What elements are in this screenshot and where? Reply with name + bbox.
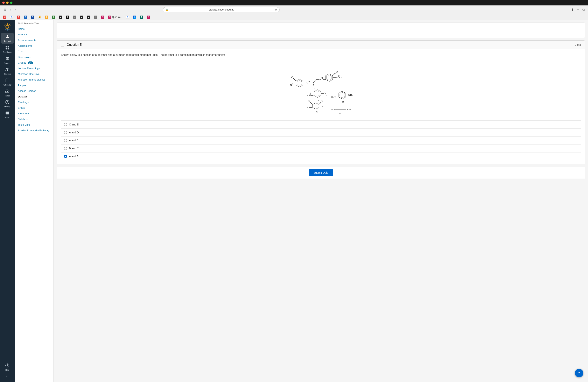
sidebar-item-home[interactable]: Home [15, 26, 53, 32]
bookmark-s1[interactable]: S [22, 15, 29, 19]
bookmark-b1[interactable]: B [30, 15, 36, 19]
bookmark-a2[interactable]: A [51, 15, 57, 19]
sidebar-item-discussions[interactable]: Discussions [15, 54, 53, 60]
nav-label-courses: Courses [4, 62, 11, 64]
sidebar-item-modules[interactable]: Modules [15, 32, 53, 37]
collapse-nav-button[interactable]: ⟨| [1, 373, 14, 380]
radio-cd[interactable] [64, 123, 67, 126]
sidebar-item-lecture-recordings[interactable]: Lecture Recordings [15, 65, 53, 71]
gmail-icon: M [3, 16, 6, 19]
bookmark-zd[interactable]: Z [64, 15, 71, 19]
bookmark-cat[interactable]: 🐱 [37, 15, 43, 19]
bookmark-o3[interactable]: ● [85, 15, 92, 19]
sidebar-item-announcements[interactable]: Announcements [15, 37, 53, 43]
sidebar-item-readings[interactable]: Readings [15, 99, 53, 105]
nav-item-dashboard[interactable]: Dashboard [1, 44, 14, 54]
canvas-logo[interactable] [2, 22, 12, 32]
toolbar-actions: ⬆ + ⧉ [570, 7, 586, 12]
question-select-checkbox[interactable] [61, 43, 64, 46]
submit-quiz-button[interactable]: Submit Quiz [309, 169, 333, 176]
sidebar-item-studiosity[interactable]: Studiosity [15, 111, 53, 116]
svg-point-15 [7, 68, 9, 69]
bookmark-a1[interactable]: A [43, 15, 50, 19]
bookmark-k1[interactable]: K [93, 15, 99, 19]
nav-item-help[interactable]: Help [1, 362, 14, 372]
bookmark-quiz[interactable]: ✳ Quiz: W... [106, 15, 124, 19]
radio-ad[interactable] [64, 131, 67, 134]
r1-icon: ✳ [101, 16, 104, 19]
forward-button[interactable]: › [14, 7, 17, 12]
svg-line-78 [310, 102, 312, 104]
nav-item-courses[interactable]: Courses [1, 55, 14, 65]
new-tab-button[interactable]: + [576, 7, 580, 12]
sidebar-item-syllabus[interactable]: Syllabus [15, 116, 53, 122]
sidebar-item-quizzes[interactable]: Quizzes [15, 94, 53, 99]
radio-ab[interactable] [64, 155, 67, 158]
svg-rect-12 [6, 48, 7, 49]
bookmark-google[interactable]: G [9, 15, 15, 19]
close-traffic-light[interactable] [2, 1, 5, 4]
answer-option-cd[interactable]: C and D [61, 120, 581, 128]
sidebar-item-microsoft-teams[interactable]: Microsoft Teams classes [15, 77, 53, 83]
o2-icon: ● [80, 16, 83, 19]
sidebar-item-microsoft-onedrive[interactable]: Microsoft OneDrive [15, 71, 53, 77]
svg-marker-30 [297, 80, 302, 86]
question-body: Shown below is a section of a polymer an… [57, 49, 585, 164]
calendar-icon [5, 78, 10, 84]
quiz-bookmark-label: Quiz: W... [112, 16, 122, 19]
nav-item-inbox[interactable]: Inbox [1, 88, 14, 98]
nav-item-groups[interactable]: Groups [1, 66, 14, 76]
collapse-icon: ⟨| [6, 374, 9, 379]
sidebar-item-chat[interactable]: Chat [15, 49, 53, 54]
help-bubble-button[interactable]: ? [575, 369, 583, 377]
sidebar-item-access-pearson[interactable]: Access Pearson [15, 88, 53, 94]
bookmark-o2[interactable]: ● [79, 15, 85, 19]
tabs-overview-button[interactable]: ⧉ [581, 7, 586, 12]
bookmark-orb[interactable]: ◎ [131, 15, 138, 19]
nav-item-calendar[interactable]: Calendar [1, 77, 14, 87]
canvas-global-nav: Account Dashboard Courses [0, 20, 15, 382]
answer-option-bc[interactable]: B and C [61, 144, 581, 152]
sidebar-item-academic-integrity[interactable]: Academic Integrity Pathway [15, 127, 53, 133]
s1-icon: S [24, 16, 27, 19]
bookmark-r1[interactable]: ✳ [100, 15, 106, 19]
answer-option-ab[interactable]: A and B [61, 152, 581, 160]
svg-text:a: a [326, 94, 327, 97]
svg-text:O: O [336, 70, 338, 73]
bookmark-gmail[interactable]: M [1, 15, 8, 19]
svg-text:a: a [307, 94, 308, 97]
radio-bc[interactable] [64, 147, 67, 150]
nav-item-account[interactable]: Account [1, 33, 14, 43]
sidebar-item-sams[interactable]: SAMs [15, 105, 53, 111]
svg-text:O: O [308, 100, 310, 102]
sidebar-item-grades[interactable]: Grades 16 [15, 60, 53, 65]
bookmark-r2[interactable]: ✳ [146, 15, 152, 19]
nav-item-studio[interactable]: Studio [1, 110, 14, 120]
sidebar-item-assignments[interactable]: Assignments [15, 43, 53, 49]
bookmark-ef[interactable]: ≡ [72, 15, 78, 19]
bookmark-e1[interactable]: E [16, 15, 22, 19]
bookmark-g2[interactable]: G [125, 15, 131, 19]
back-button[interactable]: ‹ [9, 7, 12, 12]
bookmark-t1[interactable]: T [138, 15, 145, 19]
sidebar-item-topic-links[interactable]: Topic Links [15, 122, 53, 127]
radio-ac[interactable] [64, 139, 67, 142]
minimize-traffic-light[interactable] [6, 1, 9, 4]
nav-item-history[interactable]: History [1, 99, 14, 109]
sidebar-toggle-button[interactable]: ⊟ [2, 7, 7, 12]
share-button[interactable]: ⬆ [570, 7, 575, 12]
answer-option-ad[interactable]: A and D [61, 128, 581, 136]
sidebar-item-people[interactable]: People [15, 83, 53, 88]
a2-icon: A [52, 16, 55, 19]
svg-text:A: A [317, 99, 319, 102]
svg-point-14 [6, 68, 8, 69]
svg-text:a: a [322, 105, 324, 107]
bookmark-o1[interactable]: ● [58, 15, 64, 19]
svg-text:C: C [316, 111, 317, 114]
svg-text:NH₂: NH₂ [348, 94, 353, 96]
reload-button[interactable]: ↻ [275, 8, 277, 11]
svg-text:‖: ‖ [310, 92, 311, 95]
fullscreen-traffic-light[interactable] [10, 1, 12, 4]
address-bar[interactable]: 🔒 canvas.flinders.edu.au ↻ [163, 7, 280, 12]
answer-option-ac[interactable]: A and C [61, 136, 581, 144]
